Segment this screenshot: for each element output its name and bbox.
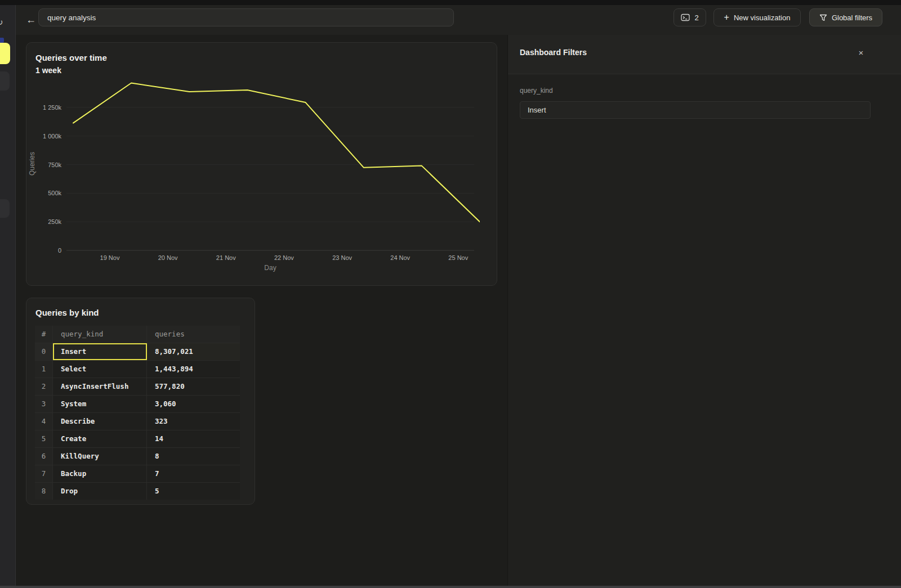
query-tabs-count-button[interactable]: 2 <box>673 8 706 26</box>
queries-count-cell[interactable]: 14 <box>147 430 240 447</box>
dashboard-window: ↻ ← 2 + New visualization <box>0 0 901 588</box>
table-row: 4Describe323 <box>35 413 240 430</box>
queries-by-kind-card: Queries by kind #query_kindqueries0Inser… <box>26 298 255 505</box>
history-refresh-icon[interactable]: ↻ <box>0 17 8 28</box>
query-kind-cell[interactable]: Create <box>53 430 147 447</box>
table-row: 5Create14 <box>35 430 240 448</box>
row-index-cell: 7 <box>35 465 53 482</box>
row-index-cell: 8 <box>35 483 53 500</box>
query-kind-cell[interactable]: Select <box>53 361 147 378</box>
queries-count-cell[interactable]: 323 <box>147 413 240 430</box>
svg-text:1 250k: 1 250k <box>43 104 62 111</box>
table-row: 8Drop5 <box>35 483 240 500</box>
new-visualization-label: New visualization <box>734 14 790 22</box>
row-index-cell: 0 <box>35 343 53 360</box>
filter-field-label: query_kind <box>520 87 553 95</box>
svg-text:20 Nov: 20 Nov <box>158 254 178 261</box>
svg-text:Queries: Queries <box>28 152 36 176</box>
tab-count-label: 2 <box>694 14 698 22</box>
funnel-icon <box>819 14 827 21</box>
chart-subtitle: 1 week <box>35 66 61 75</box>
column-header-query_kind[interactable]: query_kind <box>53 326 147 343</box>
filter-value-input[interactable] <box>520 101 871 119</box>
queries-by-kind-table: #query_kindqueries0Insert8,307,0211Selec… <box>35 326 240 500</box>
terminal-icon <box>681 14 690 21</box>
svg-text:0: 0 <box>58 247 61 254</box>
svg-text:500k: 500k <box>48 190 61 196</box>
svg-text:250k: 250k <box>48 218 61 225</box>
column-header-index[interactable]: # <box>35 326 53 343</box>
table-row: 7Backup7 <box>35 465 240 483</box>
svg-text:Day: Day <box>264 264 276 272</box>
window-top-strip <box>0 0 901 5</box>
queries-count-cell[interactable]: 1,443,894 <box>147 361 240 378</box>
query-kind-cell[interactable]: Insert <box>53 343 147 360</box>
window-bottom-strip <box>0 586 901 588</box>
sidebar-item[interactable] <box>0 71 10 91</box>
svg-text:24 Nov: 24 Nov <box>390 254 410 261</box>
queries-over-time-card: Queries over time 1 week 0250k500k750k1 … <box>26 42 497 286</box>
svg-text:19 Nov: 19 Nov <box>100 254 120 261</box>
top-toolbar: ← 2 + New visualization Global filters <box>16 5 901 35</box>
svg-text:1 000k: 1 000k <box>43 133 62 140</box>
dashboard-title-input[interactable] <box>38 8 454 26</box>
table-row: 2AsyncInsertFlush577,820 <box>35 378 240 396</box>
global-filters-button[interactable]: Global filters <box>809 8 882 26</box>
query-kind-cell[interactable]: KillQuery <box>53 448 147 465</box>
row-index-cell: 6 <box>35 448 53 465</box>
new-visualization-button[interactable]: + New visualization <box>713 8 801 26</box>
table-row: 1Select1,443,894 <box>35 361 240 378</box>
query-kind-cell[interactable]: Drop <box>53 483 147 500</box>
svg-text:22 Nov: 22 Nov <box>274 254 294 261</box>
dashboard-filters-panel: Dashboard Filters × query_kind <box>507 35 901 588</box>
table-row: 3System3,060 <box>35 396 240 413</box>
queries-count-cell[interactable]: 577,820 <box>147 378 240 395</box>
table-row: 0Insert8,307,021 <box>35 343 240 361</box>
svg-text:23 Nov: 23 Nov <box>332 254 352 261</box>
table-title: Queries by kind <box>35 308 99 317</box>
queries-count-cell[interactable]: 8,307,021 <box>147 343 240 360</box>
queries-count-cell[interactable]: 7 <box>147 465 240 482</box>
queries-count-cell[interactable]: 5 <box>147 483 240 500</box>
left-sidebar-rail: ↻ <box>0 5 16 586</box>
row-index-cell: 1 <box>35 361 53 378</box>
chart-title: Queries over time <box>35 53 107 62</box>
column-header-queries[interactable]: queries <box>147 326 240 343</box>
sidebar-item[interactable] <box>0 199 10 218</box>
focus-ring-fragment <box>0 38 4 43</box>
svg-text:25 Nov: 25 Nov <box>448 254 468 261</box>
svg-text:21 Nov: 21 Nov <box>216 254 236 261</box>
row-index-cell: 4 <box>35 413 53 430</box>
plus-icon: + <box>724 12 729 23</box>
filters-panel-title: Dashboard Filters <box>520 48 587 57</box>
query-kind-cell[interactable]: AsyncInsertFlush <box>53 378 147 395</box>
row-index-cell: 2 <box>35 378 53 395</box>
row-index-cell: 3 <box>35 396 53 412</box>
close-icon[interactable]: × <box>855 47 867 59</box>
sidebar-item-active-dashboard[interactable] <box>0 43 10 64</box>
query-kind-cell[interactable]: Describe <box>53 413 147 430</box>
global-filters-label: Global filters <box>832 14 872 22</box>
query-kind-cell[interactable]: Backup <box>53 465 147 482</box>
svg-text:750k: 750k <box>48 161 61 168</box>
filters-panel-header: Dashboard Filters × <box>508 35 901 74</box>
query-kind-cell[interactable]: System <box>53 396 147 412</box>
row-index-cell: 5 <box>35 430 53 447</box>
dashboard-canvas: Queries over time 1 week 0250k500k750k1 … <box>16 35 507 588</box>
table-row: 6KillQuery8 <box>35 448 240 465</box>
queries-count-cell[interactable]: 8 <box>147 448 240 465</box>
queries-count-cell[interactable]: 3,060 <box>147 396 240 412</box>
back-button[interactable]: ← <box>23 11 39 29</box>
queries-line-chart[interactable]: 0250k500k750k1 000k1 250k19 Nov20 Nov21 … <box>26 77 480 276</box>
table-header-row: #query_kindqueries <box>35 326 240 343</box>
